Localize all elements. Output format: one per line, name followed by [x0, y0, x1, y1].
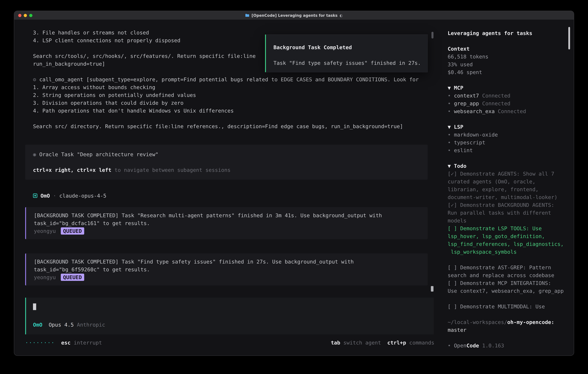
agent-checkbox-icon	[33, 194, 37, 198]
screen: [OpenCode] Leveraging agents for tasks ◐…	[0, 0, 588, 374]
background-task-message: [BACKGROUND TASK COMPLETED] Task "Resear…	[25, 207, 428, 239]
main-scrollbar-thumb-top[interactable]	[431, 32, 433, 39]
folder-icon	[245, 14, 250, 17]
statusbar-left: ········ esc interrupt	[25, 339, 102, 346]
minimize-button[interactable]	[24, 14, 27, 17]
session-title: Leveraging agents for tasks	[448, 29, 567, 37]
context-section: Context66,518 tokens33% used$0.46 spent	[448, 45, 567, 76]
terminal-window: [OpenCode] Leveraging agents for tasks ◐…	[14, 11, 574, 356]
progress-icon: ◐	[340, 13, 343, 18]
lsp-section: ▼ LSP• markdown-oxide• typescript• eslin…	[448, 123, 567, 154]
window-title: [OpenCode] Leveraging agents for tasks ◐	[245, 13, 343, 18]
oracle-task-panel: ◉ Oracle Task "Deep architecture review"…	[25, 145, 428, 180]
agent-header-text: OmO · claude-opus-4-5	[41, 192, 106, 200]
notification-toast: Background Task Completed Task "Find typ…	[265, 34, 428, 72]
titlebar[interactable]: [OpenCode] Leveraging agents for tasks ◐	[14, 11, 574, 20]
agent-header: OmO · claude-opus-4-5	[33, 192, 428, 200]
prompt-input[interactable]: OmO Opus 4.5 Anthropic	[25, 298, 434, 334]
close-button[interactable]	[18, 14, 21, 17]
statusbar-right: tab switch agent ctrl+p commands	[331, 339, 434, 346]
model-indicator: OmO Opus 4.5 Anthropic	[33, 321, 427, 329]
mcp-section: ▼ MCP• context7 Connected• grep_app Conn…	[448, 84, 567, 115]
version-line: • OpenCode 1.0.163	[448, 342, 567, 349]
main-scrollbar-thumb[interactable]	[431, 286, 433, 291]
todo-section: ▼ Todo[✓] Demonstrate AGENTS: Show all 7…	[448, 162, 567, 310]
traffic-lights	[18, 11, 32, 20]
zoom-button[interactable]	[29, 14, 32, 17]
statusbar: ········ esc interrupt tab switch agent …	[25, 339, 434, 346]
notification-body: Task "Find type safety issues" finished …	[273, 60, 421, 66]
window-title-text: [OpenCode] Leveraging agents for tasks	[252, 13, 337, 18]
sidebar-scrollbar-thumb[interactable]	[568, 27, 570, 50]
workspace-path: ~/local-workspaces/oh-my-opencode:master	[448, 318, 567, 334]
notification-title: Background Task Completed	[273, 44, 352, 50]
background-task-message: [BACKGROUND TASK COMPLETED] Task "Find t…	[25, 253, 428, 285]
text-cursor	[33, 303, 36, 310]
chat-pane: 3. File handles or streams not closed4. …	[14, 20, 442, 355]
session-sidebar: Leveraging agents for tasks Context66,51…	[442, 20, 574, 355]
